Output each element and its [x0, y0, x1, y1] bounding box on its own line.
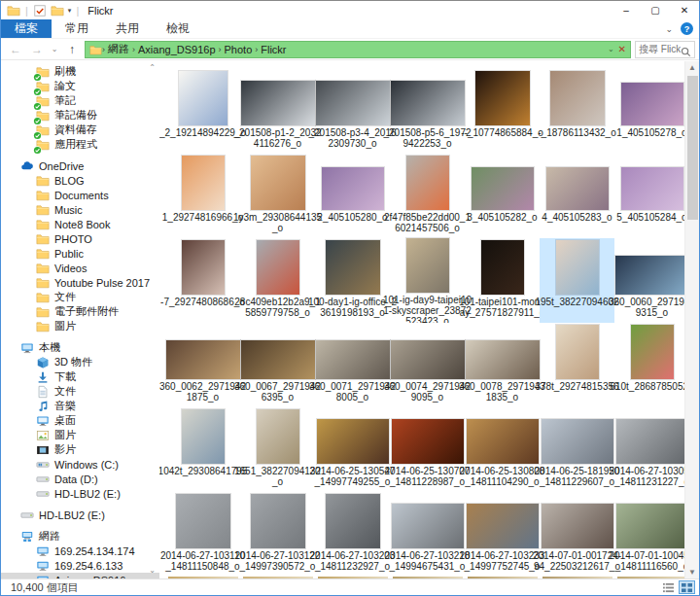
minimize-button[interactable]: –: [612, 1, 641, 19]
sidebar-item-note8-book[interactable]: Note8 Book: [1, 217, 159, 231]
file-item[interactable]: 360_0067_29719426395_o: [240, 323, 315, 407]
tab-file[interactable]: 檔案: [1, 19, 52, 38]
file-item[interactable]: _201508-p1-2_20324116276_o: [240, 69, 315, 154]
file-item[interactable]: -7_29274808686_o: [165, 238, 240, 323]
file-item[interactable]: 610t_28687850523: [614, 323, 684, 407]
help-icon[interactable]: ?: [681, 22, 693, 35]
sidebar-item-windows-c-[interactable]: Windows (C:): [1, 457, 159, 472]
file-item[interactable]: 1_29274816966_o: [165, 154, 240, 238]
breadcrumb-item[interactable]: Photo: [222, 44, 256, 55]
sidebar-scroll-down-icon[interactable]: ⌄: [149, 566, 156, 575]
search-box[interactable]: [635, 41, 695, 58]
sidebar-item--[interactable]: 資料備存: [1, 123, 159, 137]
file-item[interactable]: 2f47f85be22dd00_16021457506_o: [390, 154, 465, 238]
sidebar-item-videos[interactable]: Videos: [1, 261, 159, 275]
tab-view[interactable]: 檢視: [153, 19, 203, 38]
file-item[interactable]: 2014-06-25-181950_14811229607_o: [540, 407, 614, 492]
sidebar-item-public[interactable]: Public: [1, 246, 159, 261]
sidebar-item-3d-[interactable]: 3D 物件: [1, 355, 159, 369]
file-item[interactable]: 2014-06-27-103056_14811231227_o: [614, 407, 684, 492]
sidebar-item--[interactable]: 音樂: [1, 399, 159, 413]
sidebar-item--[interactable]: 圖片: [1, 319, 159, 333]
file-item[interactable]: 360_0078_29719431835_o: [465, 323, 540, 407]
details-view-button[interactable]: [660, 580, 677, 594]
file-item[interactable]: 5_405105284_o: [614, 154, 684, 238]
scroll-up-icon[interactable]: ▲: [685, 63, 699, 72]
sidebar-item--[interactable]: 影片: [1, 442, 159, 457]
file-item[interactable]: 100-day1-ig-office_23619198193_o: [315, 238, 390, 323]
file-item[interactable]: 1_405105278_o: [614, 69, 684, 154]
thumbnail-view-button[interactable]: [679, 580, 695, 594]
address-cancel-icon[interactable]: ✕: [618, 44, 628, 54]
file-item[interactable]: 360_0062_29719421875_o: [165, 323, 240, 407]
customize-qat-icon[interactable]: ▾: [68, 7, 72, 15]
sidebar-item--[interactable]: 筆記: [1, 93, 159, 108]
file-item[interactable]: --_10774865884_o: [465, 69, 540, 154]
file-item[interactable]: 2014-06-25-130808_14811104290_o: [465, 407, 540, 492]
sidebar-item--[interactable]: 圖片: [1, 428, 159, 442]
file-item[interactable]: -_18786113432_o: [540, 69, 614, 154]
file-item[interactable]: 1042t_29308641795: [165, 407, 240, 492]
sidebar-item--[interactable]: 網路: [1, 529, 159, 543]
sidebar-item-data-d-[interactable]: Data (D:): [1, 472, 159, 486]
file-item[interactable]: 2014-06-27-103203_14811232927_o: [315, 492, 390, 577]
file-item[interactable]: 1y3m_29308644135_o: [240, 154, 315, 238]
address-dropdown-icon[interactable]: ⌄: [608, 45, 614, 53]
properties-icon[interactable]: [33, 4, 47, 18]
file-item[interactable]: 2014-06-27-103122_14997390572_o: [240, 492, 315, 577]
up-icon[interactable]: ↑: [63, 43, 81, 56]
breadcrumb-item[interactable]: 網路: [105, 42, 132, 56]
maximize-button[interactable]: ▢: [641, 1, 670, 19]
forward-icon[interactable]: →: [28, 43, 46, 56]
sidebar-item-onedrive[interactable]: OneDrive: [1, 158, 159, 173]
file-item[interactable]: 3_405105282_o: [465, 154, 540, 238]
sidebar-item--[interactable]: 刷機: [1, 64, 159, 79]
file-item[interactable]: 360_0071_29719428005_o: [315, 323, 390, 407]
sidebar-item--[interactable]: 筆記備份: [1, 108, 159, 123]
file-item[interactable]: 4_405105283_o: [540, 154, 614, 238]
scrollbar-thumb[interactable]: [687, 76, 698, 220]
breadcrumb-item[interactable]: Flickr: [258, 44, 289, 55]
file-item[interactable]: _2_19214894229_o: [165, 69, 240, 154]
file-item[interactable]: 2014-06-25-130707_14811228987_o: [390, 407, 465, 492]
tab-share[interactable]: 共用: [102, 19, 153, 38]
file-item[interactable]: 360_0060_29719419315_o: [614, 238, 684, 323]
sidebar-item-blog[interactable]: BLOG: [1, 173, 159, 188]
file-item[interactable]: 1651_38227094132_o: [240, 407, 315, 492]
sidebar-item-hd-lbu2-e-[interactable]: HD-LBU2 (E:): [1, 486, 159, 501]
sidebar-item-hd-lbu2-e-[interactable]: HD-LBU2 (E:): [1, 508, 159, 522]
file-item[interactable]: _201508-p3-4_20162309730_o: [315, 69, 390, 154]
file-item[interactable]: 101-taipei101-monday_27571827911_o: [465, 238, 540, 323]
sidebar-item--[interactable]: 下載: [1, 369, 159, 384]
sidebar-item-youtube-pulse-2017[interactable]: Youtube Pulse 2017: [1, 275, 159, 290]
file-item[interactable]: 195t_38227094602: [540, 238, 614, 323]
file-item[interactable]: 2014-06-27-103110_14811150848_o: [165, 492, 240, 577]
sidebar-item--[interactable]: 文件: [1, 384, 159, 399]
file-item[interactable]: 2014-07-01-100451_14811116560_o: [614, 492, 684, 577]
file-item[interactable]: 2014-07-01-001724-94_22503212617_o: [540, 492, 614, 577]
sidebar-item-documents[interactable]: Documents: [1, 188, 159, 202]
close-button[interactable]: ✕: [670, 1, 699, 19]
address-bar[interactable]: ›網路›Axiang_DS916p›Photo›Flickr ⌄ ✕: [85, 41, 631, 58]
file-item[interactable]: 360_0074_29719429095_o: [390, 323, 465, 407]
scroll-down-icon[interactable]: ▼: [685, 568, 699, 577]
sidebar-item--[interactable]: 電子郵件附件: [1, 304, 159, 319]
sidebar-item--[interactable]: 桌面: [1, 413, 159, 428]
ribbon-expand-icon[interactable]: ⌄: [665, 24, 673, 34]
sidebar-item--[interactable]: 本機: [1, 340, 159, 355]
back-icon[interactable]: ←: [7, 43, 24, 56]
file-item[interactable]: 378t_29274815356: [540, 323, 614, 407]
file-item[interactable]: 2014-06-27-103218_14994675431_o: [390, 492, 465, 577]
sidebar-item--[interactable]: 應用程式: [1, 137, 159, 152]
sidebar-scroll-up-icon[interactable]: ⌃: [149, 63, 156, 72]
file-item[interactable]: 2014-06-27-103233_14997752745_o: [465, 492, 540, 577]
tab-home[interactable]: 常用: [52, 19, 102, 38]
sidebar-item-music[interactable]: Music: [1, 202, 159, 217]
recent-locations-icon[interactable]: ⌄: [50, 45, 59, 53]
sidebar-item--[interactable]: 論文: [1, 79, 159, 93]
sidebar-item-photo[interactable]: PHOTO: [1, 231, 159, 246]
sidebar-item-169-254-134-174[interactable]: 169.254.134.174: [1, 543, 159, 558]
file-item[interactable]: 101-ig-day9-taipei101-skyscraper_2387252…: [390, 238, 465, 323]
sidebar-item-169-254-6-133[interactable]: 169.254.6.133: [1, 558, 159, 573]
search-input[interactable]: [639, 44, 681, 54]
